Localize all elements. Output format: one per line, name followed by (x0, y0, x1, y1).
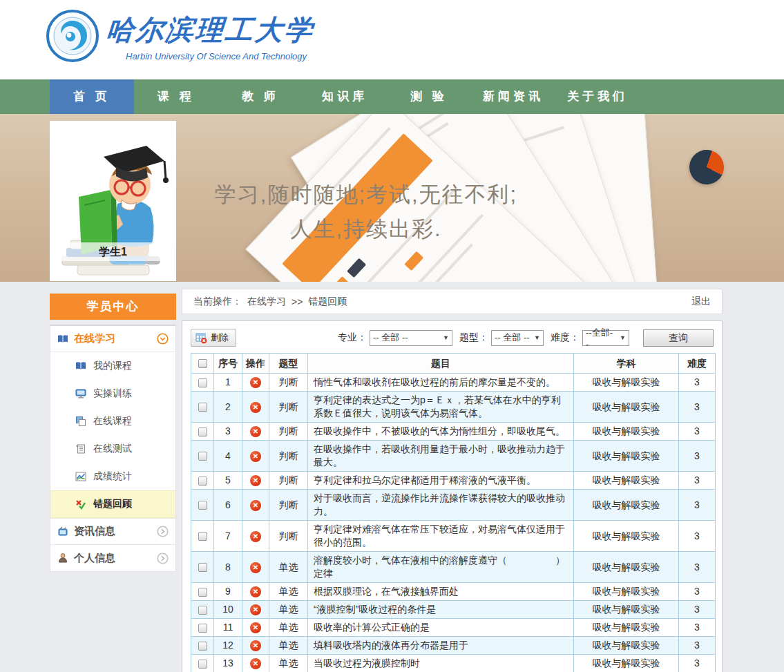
delete-table-icon (195, 332, 207, 344)
row-checkbox[interactable] (198, 660, 207, 669)
row-checkbox[interactable] (198, 501, 207, 510)
question-subject: 吸收与解吸实验 (574, 619, 679, 637)
row-number: 10 (214, 601, 242, 619)
nav-item[interactable]: 关于我们 (555, 79, 640, 114)
question-text: 填料吸收塔内的液体再分布器是用于 (308, 637, 574, 655)
delete-question-icon[interactable]: ✕ (250, 500, 261, 511)
breadcrumb-section[interactable]: 在线学习 (247, 296, 286, 308)
question-type: 判断 (269, 423, 308, 441)
wrong-questions-panel: 删除 专业： -- 全部 --▼ 题型： -- 全部 --▼ 难度： --全部-… (182, 320, 723, 672)
sidebar-title-student-center[interactable]: 学员中心 (50, 294, 176, 320)
major-filter-label: 专业： (338, 332, 367, 344)
question-subject: 吸收与解吸实验 (574, 655, 679, 672)
delete-question-icon[interactable]: ✕ (250, 377, 261, 388)
select-arrow-icon: ▼ (443, 334, 449, 341)
delete-question-icon[interactable]: ✕ (250, 531, 261, 542)
pages-icon (75, 416, 86, 427)
tv-icon (57, 526, 68, 537)
delete-question-icon[interactable]: ✕ (250, 475, 261, 486)
delete-question-icon[interactable]: ✕ (250, 586, 261, 597)
university-name-cn: 哈尔滨理工大学 (105, 11, 316, 49)
chevron-right-circle-icon[interactable] (157, 553, 169, 564)
row-number: 5 (214, 472, 242, 490)
student-avatar-card[interactable]: 学生1 (50, 121, 176, 281)
sidebar-item-personal-info[interactable]: 个人信息 (50, 545, 175, 571)
question-difficulty: 3 (679, 583, 716, 601)
row-number: 3 (214, 423, 242, 441)
chevron-right-circle-icon[interactable] (157, 526, 169, 537)
select-arrow-icon: ▼ (620, 334, 626, 341)
question-difficulty: 3 (679, 655, 716, 672)
sidebar-item-label: 个人信息 (74, 552, 115, 565)
question-type: 单选 (269, 552, 308, 583)
row-checkbox[interactable] (198, 477, 207, 486)
column-header-no: 序号 (214, 354, 242, 374)
delete-question-icon[interactable]: ✕ (250, 451, 261, 462)
nav-item[interactable]: 教 师 (218, 79, 303, 114)
question-difficulty: 3 (679, 374, 716, 392)
nav-item[interactable]: 新闻资讯 (471, 79, 555, 114)
university-emblem-icon (46, 9, 99, 63)
question-type: 单选 (269, 583, 308, 601)
sidebar-item-my-courses[interactable]: 我的课程 (50, 352, 175, 380)
nav-item[interactable]: 测 验 (387, 79, 471, 114)
row-checkbox[interactable] (198, 624, 207, 633)
slogan-line-1: 学习,随时随地;考试,无往不利; (187, 177, 546, 212)
nav-item[interactable]: 知识库 (303, 79, 387, 114)
row-checkbox[interactable] (198, 403, 207, 412)
delete-question-icon[interactable]: ✕ (250, 640, 261, 651)
breadcrumb-page: 错题回顾 (308, 296, 347, 308)
delete-question-icon[interactable]: ✕ (250, 604, 261, 615)
question-type: 判断 (269, 521, 308, 552)
row-checkbox[interactable] (198, 452, 207, 461)
row-number: 7 (214, 521, 242, 552)
select-all-checkbox[interactable] (198, 359, 207, 368)
major-select[interactable]: -- 全部 --▼ (370, 330, 452, 346)
delete-selected-button[interactable]: 删除 (191, 329, 236, 347)
nav-item[interactable]: 课 程 (134, 79, 218, 114)
question-type: 单选 (269, 655, 308, 672)
row-checkbox[interactable] (198, 532, 207, 541)
sidebar-item-online-courses[interactable]: 在线课程 (50, 407, 175, 435)
question-difficulty: 3 (679, 423, 716, 441)
sidebar-item-news-info[interactable]: 资讯信息 (50, 519, 175, 545)
question-type-select[interactable]: -- 全部 --▼ (491, 330, 544, 346)
sidebar-item-label: 我的课程 (93, 360, 132, 372)
sidebar-item-wrong-questions-review[interactable]: 错题回顾 (50, 490, 175, 518)
sidebar-item-label: 在线学习 (74, 332, 115, 345)
delete-question-icon[interactable]: ✕ (250, 426, 261, 437)
question-difficulty: 3 (679, 637, 716, 655)
delete-question-icon[interactable]: ✕ (250, 658, 261, 669)
sidebar-item-practical-training[interactable]: 实操训练 (50, 380, 175, 407)
question-row: 6✕判断对于吸收而言，逆流操作比并流操作课获得较大的吸收推动力。吸收与解吸实验3 (191, 490, 716, 521)
row-checkbox[interactable] (198, 378, 207, 387)
sidebar-item-score-statistics[interactable]: 成绩统计 (50, 463, 175, 490)
row-number: 8 (214, 552, 242, 583)
delete-question-icon[interactable]: ✕ (250, 402, 261, 413)
student-name-label: 学生1 (50, 242, 176, 261)
row-checkbox[interactable] (198, 563, 207, 572)
hero-banner: 学习,随时随地;考试,无往不利; 人生,持续出彩. (0, 114, 784, 282)
question-subject: 吸收与解吸实验 (574, 583, 679, 601)
university-name-en: Harbin University Of Science And Technol… (106, 51, 314, 61)
chevron-down-circle-icon[interactable] (157, 333, 169, 345)
row-checkbox[interactable] (198, 588, 207, 597)
difficulty-select-value: --全部-- (586, 327, 615, 349)
difficulty-select[interactable]: --全部--▼ (582, 330, 629, 346)
row-checkbox[interactable] (198, 606, 207, 615)
query-button[interactable]: 查询 (643, 329, 714, 347)
difficulty-filter-label: 难度： (551, 332, 580, 344)
question-text: 亨利定律对难溶气体在常压下较适应，对易溶气体仅适用于很小的范围。 (308, 521, 574, 552)
row-number: 13 (214, 655, 242, 672)
sidebar-item-online-testing[interactable]: 在线测试 (50, 435, 175, 463)
nav-item[interactable]: 首 页 (50, 79, 134, 114)
row-checkbox[interactable] (198, 428, 207, 436)
logout-link[interactable]: 退出 (691, 296, 711, 308)
delete-question-icon[interactable]: ✕ (250, 562, 261, 573)
sidebar-item-online-learning[interactable]: 在线学习 (50, 326, 175, 352)
row-checkbox[interactable] (198, 642, 207, 651)
question-difficulty: 3 (679, 619, 716, 637)
delete-question-icon[interactable]: ✕ (250, 622, 261, 633)
question-subject: 吸收与解吸实验 (574, 441, 679, 472)
question-text: 根据双膜理论，在气液接触界面处 (308, 583, 574, 601)
